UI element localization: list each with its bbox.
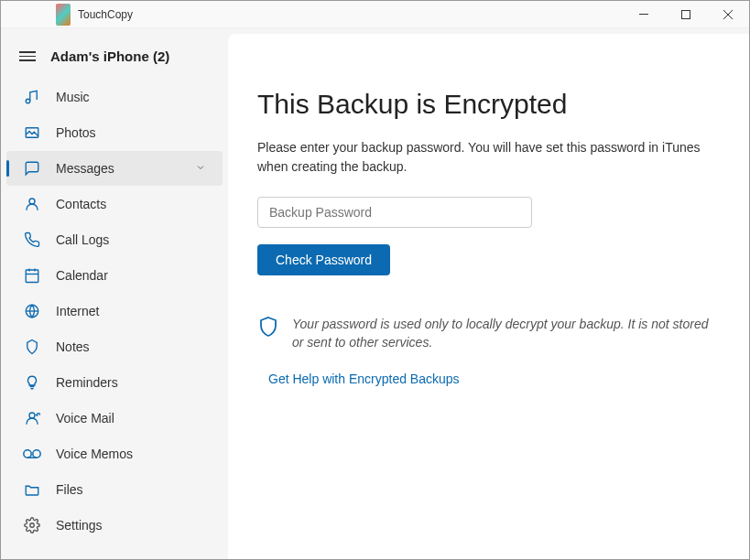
svg-point-4 bbox=[26, 99, 30, 103]
sidebar-item-voicememos[interactable]: Voice Memos bbox=[6, 436, 223, 471]
titlebar: TouchCopy bbox=[1, 1, 749, 28]
svg-point-20 bbox=[30, 523, 35, 528]
svg-point-6 bbox=[29, 199, 35, 204]
globe-icon bbox=[23, 302, 41, 320]
sidebar-item-music[interactable]: Music bbox=[6, 80, 223, 114]
device-header: Adam's iPhone (2) bbox=[1, 41, 228, 79]
page-title: This Backup is Encrypted bbox=[257, 89, 712, 120]
device-name: Adam's iPhone (2) bbox=[50, 48, 169, 64]
svg-rect-1 bbox=[682, 10, 690, 18]
page-description: Please enter your backup password. You w… bbox=[257, 138, 706, 177]
voicemail-icon bbox=[23, 409, 41, 427]
close-icon bbox=[723, 10, 733, 19]
info-text: Your password is used only to locally de… bbox=[292, 316, 712, 351]
calendar-icon bbox=[23, 266, 41, 285]
sidebar-item-calendar[interactable]: Calendar bbox=[6, 258, 223, 293]
notes-icon bbox=[23, 338, 41, 356]
sidebar-item-reminders[interactable]: Reminders bbox=[6, 365, 223, 400]
app-icon bbox=[56, 4, 71, 26]
gear-icon bbox=[23, 516, 41, 534]
sidebar-item-label: Voice Mail bbox=[56, 411, 206, 425]
sidebar-item-messages[interactable]: Messages bbox=[6, 151, 223, 186]
hamburger-menu-button[interactable] bbox=[19, 51, 36, 61]
help-link[interactable]: Get Help with Encrypted Backups bbox=[268, 372, 712, 386]
check-password-button[interactable]: Check Password bbox=[257, 244, 390, 275]
sidebar-item-label: Voice Memos bbox=[56, 447, 206, 461]
sidebar-item-label: Files bbox=[56, 482, 206, 497]
sidebar-item-label: Calendar bbox=[56, 268, 206, 283]
chevron-down-icon bbox=[195, 162, 206, 176]
shield-icon bbox=[257, 316, 279, 341]
music-icon bbox=[23, 88, 41, 106]
sidebar-item-photos[interactable]: Photos bbox=[6, 115, 223, 150]
sidebar-item-voicemail[interactable]: Voice Mail bbox=[6, 401, 223, 436]
voicememos-icon bbox=[23, 445, 41, 463]
lightbulb-icon bbox=[23, 373, 41, 392]
maximize-icon bbox=[681, 10, 690, 19]
svg-point-16 bbox=[29, 413, 35, 418]
svg-rect-7 bbox=[26, 270, 38, 283]
sidebar-item-settings[interactable]: Settings bbox=[6, 508, 223, 543]
sidebar-item-files[interactable]: Files bbox=[6, 472, 223, 507]
minimize-button[interactable] bbox=[623, 1, 665, 28]
sidebar-item-label: Notes bbox=[56, 339, 206, 354]
sidebar: Adam's iPhone (2) Music Photos Messages bbox=[1, 28, 228, 559]
sidebar-item-label: Messages bbox=[56, 161, 180, 176]
main-content: This Backup is Encrypted Please enter yo… bbox=[228, 34, 749, 559]
sidebar-item-label: Music bbox=[56, 90, 206, 104]
sidebar-item-contacts[interactable]: Contacts bbox=[6, 187, 223, 221]
sidebar-item-call-logs[interactable]: Call Logs bbox=[6, 222, 223, 257]
sidebar-item-notes[interactable]: Notes bbox=[6, 329, 223, 364]
sidebar-item-label: Call Logs bbox=[56, 232, 206, 247]
sidebar-item-label: Settings bbox=[56, 518, 206, 533]
svg-rect-0 bbox=[639, 14, 648, 15]
sidebar-item-label: Contacts bbox=[56, 197, 206, 211]
minimize-icon bbox=[639, 14, 648, 15]
svg-point-18 bbox=[33, 450, 40, 458]
phone-icon bbox=[23, 231, 41, 249]
app-title: TouchCopy bbox=[78, 8, 133, 21]
sidebar-item-label: Reminders bbox=[56, 375, 206, 390]
sidebar-item-internet[interactable]: Internet bbox=[6, 294, 223, 328]
maximize-button[interactable] bbox=[665, 1, 707, 28]
sidebar-item-label: Photos bbox=[56, 125, 206, 140]
folder-icon bbox=[23, 480, 41, 499]
close-button[interactable] bbox=[707, 1, 749, 28]
messages-icon bbox=[23, 159, 41, 178]
contacts-icon bbox=[23, 195, 41, 213]
photos-icon bbox=[23, 124, 41, 142]
backup-password-input[interactable] bbox=[257, 197, 532, 228]
sidebar-item-label: Internet bbox=[56, 304, 206, 318]
svg-point-17 bbox=[24, 450, 31, 458]
